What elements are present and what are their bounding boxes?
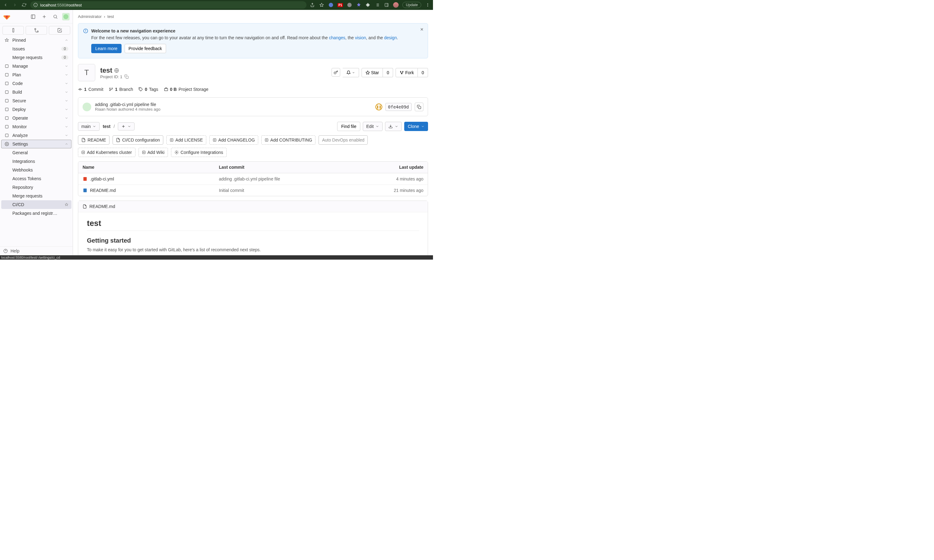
table-row[interactable]: .gitlab-ci.ymladding .gitlab-ci.yml pipe… (78, 173, 428, 185)
sidebar-settings-merge-requests[interactable]: Merge requests (1, 192, 71, 200)
qa-integrations[interactable]: Configure Integrations (171, 148, 227, 157)
copy-icon[interactable] (124, 74, 129, 79)
svg-rect-24 (13, 28, 14, 32)
stat-tags[interactable]: 0Tags (139, 87, 158, 92)
qa-readme[interactable]: README (78, 135, 109, 145)
sidebar-help[interactable]: Help (0, 246, 73, 255)
count-badge: 0 (61, 47, 68, 51)
compare-icon[interactable] (3, 26, 24, 35)
sidebar-item-label: Packages and registr… (12, 211, 57, 216)
share-icon[interactable] (310, 2, 315, 8)
banner-link-vision[interactable]: vision (355, 35, 366, 40)
learn-more-button[interactable]: Learn more (91, 44, 122, 53)
readme-filename[interactable]: README.md (89, 204, 115, 209)
todo-icon[interactable] (49, 26, 70, 35)
svg-line-22 (56, 18, 57, 18)
chevron-down-icon (65, 116, 68, 120)
svg-rect-33 (5, 117, 8, 119)
sidebar-settings-repository[interactable]: Repository (1, 183, 71, 192)
banner-link-design[interactable]: design (384, 35, 397, 40)
tabs-icon[interactable] (375, 2, 380, 8)
sidebar-settings-packages-and-registr-[interactable]: Packages and registr… (1, 209, 71, 218)
sidebar-group-build[interactable]: Build (1, 88, 71, 97)
sidebar-pinned[interactable]: Pinned (1, 36, 71, 45)
sidebar-item-merge-requests[interactable]: Merge requests 0 (1, 53, 71, 62)
extensions-icon[interactable] (365, 2, 371, 8)
star-count[interactable]: 0 (383, 68, 393, 77)
ssh-key-button[interactable] (331, 68, 340, 77)
update-button[interactable]: Update (402, 2, 421, 8)
sidebar-settings-ci-cd[interactable]: CI/CD (1, 200, 71, 209)
fork-button[interactable]: Fork (396, 68, 418, 77)
profile-avatar[interactable] (393, 2, 399, 8)
gitlab-logo[interactable] (3, 13, 11, 20)
sidebar-toggle-icon[interactable] (29, 12, 37, 21)
stat-commits[interactable]: 1Commit (78, 87, 103, 92)
cloud-icon (4, 115, 9, 120)
edit-button[interactable]: Edit (363, 122, 382, 131)
mr-icon[interactable] (26, 26, 47, 35)
notifications-button[interactable] (343, 68, 359, 77)
clone-button[interactable]: Clone (404, 122, 428, 131)
ext-icon-2[interactable] (347, 2, 352, 8)
qa-k8s[interactable]: Add Kubernetes cluster (78, 148, 136, 157)
sidebar-group-monitor[interactable]: Monitor (1, 122, 71, 131)
qa-contributing[interactable]: Add CONTRIBUTING (261, 135, 316, 145)
banner-link-changes[interactable]: changes (329, 35, 345, 40)
qa-changelog[interactable]: Add CHANGELOG (210, 135, 258, 145)
find-file-button[interactable]: Find file (337, 122, 360, 131)
file-path[interactable]: test (103, 124, 110, 129)
qa-wiki[interactable]: Add Wiki (139, 148, 168, 157)
sidebar-settings-integrations[interactable]: Integrations (1, 157, 71, 166)
pin-icon[interactable] (65, 203, 68, 206)
sidebar-group-analyze[interactable]: Analyze (1, 131, 71, 140)
back-button[interactable] (3, 2, 9, 8)
branch-select[interactable]: main (78, 122, 100, 131)
sidebar-group-deploy[interactable]: Deploy (1, 105, 71, 114)
sidebar-group-operate[interactable]: Operate (1, 114, 71, 122)
table-row[interactable]: README.mdInitial commit21 minutes ago (78, 185, 428, 196)
ext-icon-p1[interactable]: P1 (338, 2, 343, 8)
qa-devops[interactable]: Auto DevOps enabled (319, 135, 368, 145)
download-button[interactable] (385, 122, 402, 131)
pipeline-pending-icon[interactable]: ❚❚ (376, 103, 382, 110)
add-file-button[interactable] (118, 122, 134, 131)
stat-storage[interactable]: 0 BProject Storage (164, 87, 208, 92)
stat-branches[interactable]: 1Branch (109, 87, 133, 92)
sidebar-group-code[interactable]: Code (1, 79, 71, 88)
sidebar-item-issues[interactable]: Issues 0 (1, 45, 71, 53)
reload-button[interactable] (21, 2, 27, 8)
ext-icon-3[interactable] (356, 2, 362, 8)
forward-button[interactable] (12, 2, 18, 8)
commit-title[interactable]: adding .gitlab-ci.yml pipeline file (95, 102, 160, 107)
sidebar-group-manage[interactable]: Manage (1, 62, 71, 71)
fork-count[interactable]: 0 (418, 68, 428, 77)
sidebar-settings-general[interactable]: General (1, 148, 71, 157)
doc-icon (81, 138, 86, 142)
sidebar-item-label: CI/CD (12, 202, 24, 207)
search-icon[interactable] (51, 12, 60, 21)
add-icon[interactable] (40, 12, 49, 21)
star-button[interactable]: Star (362, 68, 383, 77)
nav-banner: Welcome to a new navigation experience F… (78, 23, 428, 58)
url-bar[interactable]: localhost:5580/root/test (30, 1, 307, 9)
sidebar-settings-webhooks[interactable]: Webhooks (1, 166, 71, 174)
close-icon[interactable] (420, 27, 424, 32)
qa-license[interactable]: Add LICENSE (166, 135, 206, 145)
sidebar-settings[interactable]: Settings (1, 140, 71, 148)
sidebar-group-secure[interactable]: Secure (1, 97, 71, 105)
breadcrumb-admin[interactable]: Administrator (78, 14, 102, 19)
svg-point-25 (35, 28, 36, 30)
panel-icon[interactable] (384, 2, 389, 8)
sidebar-settings-access-tokens[interactable]: Access Tokens (1, 174, 71, 183)
project-avatar-small[interactable] (62, 13, 69, 20)
feedback-button[interactable]: Provide feedback (125, 44, 166, 53)
ext-icon-1[interactable] (328, 2, 334, 8)
copy-sha-button[interactable] (415, 103, 423, 111)
qa-cicd[interactable]: CI/CD configuration (113, 135, 163, 145)
commit-sha[interactable]: 0fe4e09d (385, 103, 412, 111)
menu-icon[interactable] (425, 2, 430, 8)
bookmark-icon[interactable] (319, 2, 324, 8)
file-name: .gitlab-ci.yml (90, 177, 114, 182)
sidebar-group-plan[interactable]: Plan (1, 71, 71, 79)
